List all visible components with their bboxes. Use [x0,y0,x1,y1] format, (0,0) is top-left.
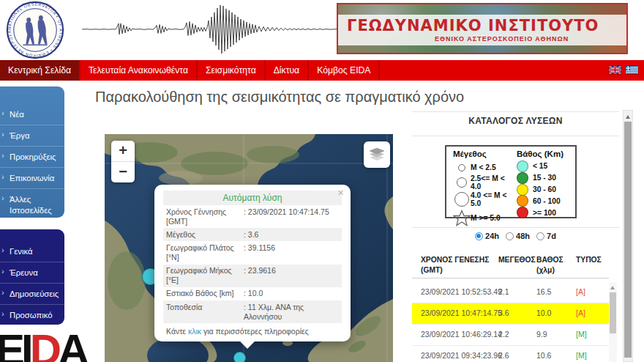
sidebar-item-research[interactable]: › Έρευνα [0,262,64,284]
magnitude-legend: Μέγεθος M < 2.5 2.5<= M < 4.0 4.0 <= M <… [453,149,516,228]
scrollbar-thumb[interactable] [610,292,616,333]
table-row-highlighted[interactable]: 23/09/2021 10:47:14.75 3.6 10.0 [A] [412,303,609,325]
catalog-panel: ΚΑΤΑΛΟΓΟΣ ΛΥΣΕΩΝ Μέγεθος M < 2.5 2.5<= M… [412,106,619,362]
nav-item-seismicity[interactable]: Σεισμικότητα [198,60,266,81]
layers-icon [368,147,386,162]
zoom-out-button[interactable]: − [111,162,135,182]
seismicity-map[interactable]: + − × Αυτόματη λύση Χρόνος Γέννησης [GMT… [105,134,393,362]
sidebar-item-news[interactable]: › Νέα [0,104,64,125]
column-header-time: ΧΡΟΝΟΣ ΓΕΝΕΣΗΣ(GMT) [421,255,497,276]
popup-row-depth: Εστιακό Βάθος [km] : 10.0 [163,287,342,300]
depth-legend: Βάθος (Km) < 15 15 - 30 30 - 60 60 - 100… [517,149,575,218]
events-table-header: ΧΡΟΝΟΣ ΓΕΝΕΣΗΣ(GMT) ΜΕΓΕΘΟΣ ΒΑΘΟΣ(χλμ) Τ… [412,253,609,278]
table-row[interactable]: 23/09/2021 10:46:29.14 2.2 9.9 [M] [412,325,609,346]
magnitude-label: M >= 5.0 [471,214,501,222]
depth-label: 60 - 100 [533,197,561,205]
depth-circle-icon [517,195,528,207]
page: NATIONAL OBSERVATORY OF ATHENS • ΕΘΝΙΚΟΝ… [0,0,644,362]
eida-letter: I [21,325,30,362]
page-scrollbar [623,110,633,362]
observatory-seal-logo: NATIONAL OBSERVATORY OF ATHENS • ΕΘΝΙΚΟΝ… [2,0,68,60]
table-row[interactable]: 23/09/2021 09:34:23.96 2.6 10.6 [M] [412,346,609,362]
sidebar-item-label: Νέα [10,110,24,119]
column-header-magnitude: ΜΕΓΕΘΟΣ [498,255,535,265]
more-info-link[interactable]: κλικ [188,327,201,336]
filter-48h[interactable]: 48h [506,232,530,240]
popup-row-value: : 11 Χλμ. ΑΝΑ της Αλοννήσου [244,303,339,322]
divider [412,136,619,136]
popup-footer-text: για περισσότερες πληροφορίες [201,327,309,336]
filter-label: 7d [547,232,556,240]
depth-label: 30 - 60 [533,185,556,193]
sidebar-primary: › Νέα › Έργα › Προκηρύξεις › Επικοινωνία… [0,86,64,218]
popup-title: Αυτόματη λύση [163,191,342,205]
popup-row-label: Τοποθεσία [166,303,244,322]
nav-item-announcements[interactable]: Τελευταία Ανακοινωθέντα [80,60,198,81]
filter-24h[interactable]: 24h [475,232,499,240]
uk-flag-icon[interactable] [609,66,621,74]
popup-row-value: : 39.1156 [244,243,339,262]
magnitude-label: 4.0 <= M < 5.0 [471,191,516,207]
sidebar-item-publications[interactable]: › Δημοσιεύσεις [0,284,64,305]
zoom-in-button[interactable]: + [111,141,135,162]
sidebar-item-other-sites[interactable]: › Άλλες Ιστοσελίδες [0,189,64,220]
scrollbar-thumb[interactable] [624,122,632,358]
seismogram-trace [82,1,340,57]
radio-icon [536,232,544,240]
magnitude-label: M < 2.5 [471,163,496,171]
sidebar-item-staff[interactable]: › Προσωπικό [0,305,64,325]
map-zoom-control: + − [111,141,135,182]
popup-row-label: Εστιακό Βάθος [km] [166,289,244,298]
chevron-bullet-icon: › [1,267,4,277]
popup-row-label: Γεωγραφικό Μήκος [°E] [166,266,244,285]
cell-time: 23/09/2021 10:46:29.14 [421,330,497,339]
depth-circle-icon [517,160,528,172]
table-row[interactable]: 23/09/2021 10:52:53.49 2.1 16.5 [A] [412,282,609,303]
time-filter-group: 24h 48h 7d [412,232,619,240]
sidebar-item-label: Επικοινωνία [10,174,54,182]
popup-row-label: Μέγεθος [166,230,244,240]
nav-item-home[interactable]: Κεντρική Σελίδα [0,60,80,81]
nav-item-networks[interactable]: Δίκτυα [266,60,309,81]
cell-type: [M] [576,330,607,339]
sidebar-item-label: Προσωπικό [10,311,53,319]
popup-row-value: : 23.9616 [244,266,339,285]
popup-row-latitude: Γεωγραφικό Πλάτος [°N] : 39.1156 [163,241,342,264]
nav-item-eida-node[interactable]: Κόμβος EIDA [309,60,380,81]
eida-logo[interactable]: EIDA [0,328,86,362]
cell-time: 23/09/2021 10:52:53.49 [421,287,497,296]
depth-circle-icon [517,184,528,196]
earthquake-marker[interactable] [233,352,246,362]
scroll-up-arrow-icon[interactable] [626,115,630,119]
cell-magnitude: 2.2 [498,330,535,339]
sidebar-item-label: Δημοσιεύσεις [10,289,59,298]
popup-row-value: : 10.0 [244,289,339,298]
magnitude-legend-title: Μέγεθος [453,149,516,160]
sidebar-item-tenders[interactable]: › Προκηρύξεις [0,147,64,168]
close-icon[interactable]: × [337,187,344,198]
sidebar-item-contact[interactable]: › Επικοινωνία [0,168,64,189]
institute-title: ΓΕΩΔΥΝΑΜΙΚΟ ΙΝΣΤΙΤΟΥΤΟ [347,17,566,34]
magnitude-circle-large-icon [454,192,469,207]
sidebar-secondary: › Γενικά › Έρευνα › Δημοσιεύσεις › Προσω… [0,229,64,325]
filter-7d[interactable]: 7d [536,232,556,240]
depth-label: >= 100 [533,209,556,217]
table-scrollbar [609,282,617,362]
magnitude-label: 2.5<= M < 4.0 [471,174,516,191]
star-icon [453,210,471,226]
greek-flag-icon[interactable] [626,66,638,74]
eida-letter: A [58,325,86,362]
sidebar-item-projects[interactable]: › Έργα [0,125,64,147]
filter-label: 48h [516,232,530,240]
sidebar-item-general[interactable]: › Γενικά [0,241,64,262]
divider [412,227,619,228]
map-layers-button[interactable] [364,141,390,168]
popup-row-origin-time: Χρόνος Γέννησης [GMT] : 23/09/2021 10:47… [163,205,342,228]
column-header-type: ΤΥΠΟΣ [576,255,607,265]
scroll-up-arrow-icon[interactable] [610,286,615,289]
cell-depth: 10.6 [536,351,573,360]
cell-depth: 10.0 [536,309,573,317]
catalog-title: ΚΑΤΑΛΟΓΟΣ ΛΥΣΕΩΝ [412,116,619,126]
cell-type: [M] [576,351,607,360]
chevron-bullet-icon: › [1,309,4,319]
